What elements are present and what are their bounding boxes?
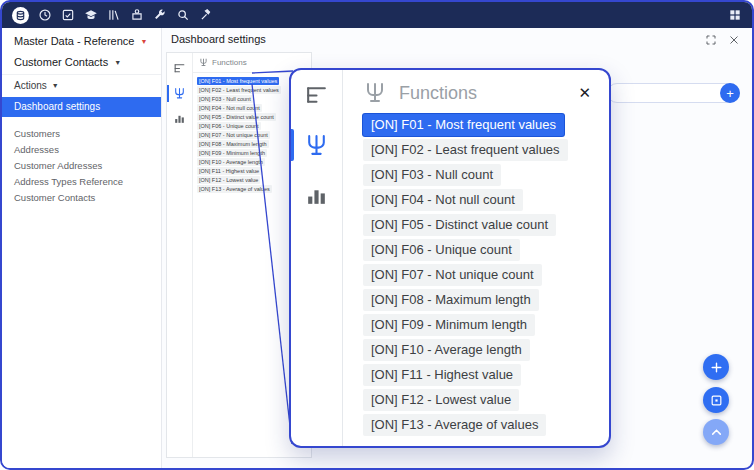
plugin-icon[interactable] (130, 8, 144, 22)
tab-functions-icon[interactable] (167, 83, 192, 104)
tab-functions-icon[interactable] (291, 122, 342, 168)
function-item[interactable]: [ON] F02 - Least frequent values (197, 86, 281, 94)
search-input[interactable]: + (607, 83, 740, 103)
function-item[interactable]: [ON] F12 - Lowest value (363, 389, 519, 411)
add-button[interactable] (703, 354, 729, 380)
popup-title: Functions (399, 83, 477, 104)
sidebar-nav: CustomersAddressesCustomer AddressesAddr… (2, 126, 161, 206)
search-icon[interactable] (176, 8, 190, 22)
panel-tab-strip (167, 53, 193, 457)
education-icon[interactable] (84, 8, 98, 22)
library-icon[interactable] (107, 8, 121, 22)
function-item[interactable]: [ON] F01 - Most frequent values (197, 77, 279, 85)
function-item[interactable]: [ON] F08 - Maximum length (363, 289, 539, 311)
sidebar-nav-item[interactable]: Customer Contacts (2, 190, 161, 206)
entity-selector[interactable]: Customer Contacts ▼ (2, 51, 161, 75)
actions-menu[interactable]: Actions ▼ (2, 75, 161, 96)
function-item[interactable]: [ON] F09 - Minimum length (197, 149, 267, 157)
clock-icon[interactable] (38, 8, 52, 22)
function-item[interactable]: [ON] F05 - Distinct value count (197, 113, 276, 121)
popup-content: Functions ✕ [ON] F01 - Most frequent val… (343, 70, 609, 446)
page-title: Dashboard settings (171, 33, 266, 45)
function-item[interactable]: [ON] F04 - Not null count (363, 189, 523, 211)
sidebar-nav-item[interactable]: Address Types Reference (2, 174, 161, 190)
actions-label: Actions (14, 80, 47, 91)
function-item[interactable]: [ON] F09 - Minimum length (363, 314, 535, 336)
apps-grid-icon[interactable] (728, 8, 742, 22)
function-item[interactable]: [ON] F10 - Average length (363, 339, 530, 361)
tab-chart-icon[interactable] (167, 108, 192, 129)
header-actions (705, 32, 740, 44)
sidebar: Master Data - Reference ▼ Customer Conta… (2, 28, 162, 468)
add-icon[interactable]: + (720, 83, 740, 103)
popup-header: Functions ✕ (363, 81, 595, 105)
topbar (2, 2, 752, 28)
function-item[interactable]: [ON] F11 - Highest value (197, 167, 261, 175)
sidebar-nav-item[interactable]: Addresses (2, 142, 161, 158)
function-item[interactable]: [ON] F06 - Unique count (363, 239, 520, 261)
function-item[interactable]: [ON] F13 - Average of values (363, 414, 546, 436)
functions-panel-title: Functions (212, 58, 247, 67)
scroll-to-top-button[interactable] (703, 419, 729, 445)
function-item[interactable]: [ON] F03 - Null count (197, 95, 253, 103)
sidebar-nav-item[interactable]: Customers (2, 126, 161, 142)
function-item[interactable]: [ON] F05 - Distinct value count (363, 214, 556, 236)
function-item[interactable]: [ON] F03 - Null count (363, 164, 501, 186)
sidebar-item-dashboard-settings[interactable]: Dashboard settings (2, 97, 161, 117)
function-item[interactable]: [ON] F07 - Not unique count (197, 131, 270, 139)
chevron-down-icon: ▼ (140, 38, 147, 45)
workspace-label: Master Data - Reference (14, 35, 134, 47)
functions-popup: Functions ✕ [ON] F01 - Most frequent val… (289, 68, 611, 448)
function-item[interactable]: [ON] F04 - Not null count (197, 104, 262, 112)
functions-icon (199, 58, 208, 67)
sidebar-nav-item[interactable]: Customer Addresses (2, 158, 161, 174)
wrench-icon[interactable] (153, 8, 167, 22)
function-item[interactable]: [ON] F06 - Unique count (197, 122, 261, 130)
function-item[interactable]: [ON] F12 - Lowest value (197, 176, 260, 184)
functions-list: [ON] F01 - Most frequent values[ON] F02 … (363, 114, 595, 436)
app-window: Master Data - Reference ▼ Customer Conta… (0, 0, 754, 470)
widget-button[interactable] (703, 387, 729, 413)
workspace-selector[interactable]: Master Data - Reference ▼ (2, 28, 161, 51)
close-icon[interactable] (728, 32, 740, 44)
function-item[interactable]: [ON] F07 - Not unique count (363, 264, 542, 286)
tab-tree-icon[interactable] (167, 58, 192, 79)
tools-icon[interactable] (199, 8, 213, 22)
functions-icon (363, 81, 387, 105)
function-item[interactable]: [ON] F02 - Least frequent values (363, 139, 568, 161)
tasks-icon[interactable] (61, 8, 75, 22)
tab-tree-icon[interactable] (291, 72, 342, 118)
function-item[interactable]: [ON] F10 - Average length (197, 158, 265, 166)
tab-chart-icon[interactable] (291, 172, 342, 218)
function-item[interactable]: [ON] F01 - Most frequent values (363, 114, 564, 136)
function-item[interactable]: [ON] F11 - Highest value (363, 364, 521, 386)
function-item[interactable]: [ON] F08 - Maximum length (197, 140, 269, 148)
chevron-down-icon: ▼ (114, 59, 121, 66)
entity-label: Customer Contacts (14, 56, 108, 68)
fullscreen-icon[interactable] (705, 32, 717, 44)
close-icon[interactable]: ✕ (574, 82, 595, 104)
chevron-down-icon: ▼ (52, 82, 59, 89)
app-logo-database-icon[interactable] (12, 7, 29, 24)
popup-tab-strip (291, 70, 343, 446)
function-item[interactable]: [ON] F13 - Average of values (197, 185, 272, 193)
